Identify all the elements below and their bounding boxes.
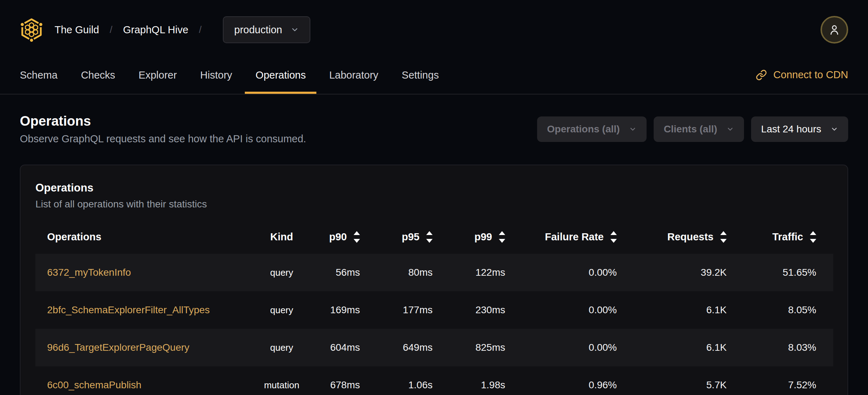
operation-p90: 169ms	[322, 291, 368, 329]
clients-filter-label: Clients (all)	[664, 124, 717, 135]
period-filter-dropdown[interactable]: Last 24 hours	[751, 116, 848, 142]
filter-bar: Operations (all) Clients (all) Last 24 h…	[537, 116, 848, 142]
operation-traffic: 8.05%	[735, 291, 833, 329]
operation-failure-rate: 0.00%	[514, 329, 625, 366]
operation-p99: 825ms	[441, 329, 514, 366]
operation-p90: 678ms	[322, 366, 368, 395]
tab-explorer[interactable]: Explorer	[139, 59, 177, 94]
operation-kind: query	[241, 291, 322, 329]
table-row: 6c00_schemaPublish mutation 678ms 1.06s …	[35, 366, 833, 395]
operation-requests: 39.2K	[625, 254, 735, 291]
breadcrumb-separator: /	[199, 24, 202, 35]
operation-link[interactable]: 6372_myTokenInfo	[47, 267, 131, 278]
period-filter-label: Last 24 hours	[761, 124, 821, 135]
link-icon	[756, 69, 767, 81]
operations-table: Operations Kind p90 p95 p99	[35, 220, 833, 395]
breadcrumb: The Guild / GraphQL Hive /	[55, 24, 212, 36]
operation-p99: 1.98s	[441, 366, 514, 395]
operation-traffic: 51.65%	[735, 254, 833, 291]
tab-checks[interactable]: Checks	[81, 59, 115, 94]
sort-icon	[354, 231, 360, 243]
column-header-traffic[interactable]: Traffic	[735, 220, 833, 254]
page-title: Operations	[20, 114, 306, 129]
column-header-p95[interactable]: p95	[368, 220, 441, 254]
card-title: Operations	[35, 182, 833, 194]
tab-operations[interactable]: Operations	[255, 59, 306, 94]
operations-filter-dropdown[interactable]: Operations (all)	[537, 116, 647, 142]
operation-traffic: 7.52%	[735, 366, 833, 395]
card-subtitle: List of all operations with their statis…	[35, 199, 833, 210]
nav-tabs: Schema Checks Explorer History Operation…	[20, 59, 439, 94]
chevron-down-icon	[291, 25, 299, 34]
operation-p95: 1.06s	[368, 366, 441, 395]
sort-icon	[720, 231, 727, 243]
chevron-down-icon	[726, 125, 734, 133]
connect-to-cdn-label: Connect to CDN	[773, 69, 848, 81]
sort-icon	[610, 231, 617, 243]
main-nav: Schema Checks Explorer History Operation…	[0, 59, 868, 95]
operation-p90: 604ms	[322, 329, 368, 366]
column-header-operations: Operations	[35, 220, 241, 254]
column-header-p90[interactable]: p90	[322, 220, 368, 254]
tab-schema[interactable]: Schema	[20, 59, 57, 94]
chevron-down-icon	[629, 125, 637, 133]
connect-to-cdn-link[interactable]: Connect to CDN	[756, 69, 848, 81]
column-header-failure-rate[interactable]: Failure Rate	[514, 220, 625, 254]
breadcrumb-org-link[interactable]: The Guild	[55, 24, 99, 36]
breadcrumb-separator: /	[110, 24, 113, 35]
sort-icon	[810, 231, 816, 243]
hive-logo-icon[interactable]	[20, 17, 43, 42]
operations-filter-label: Operations (all)	[547, 124, 620, 135]
chevron-down-icon	[830, 125, 838, 133]
operation-kind: mutation	[241, 366, 322, 395]
column-header-kind: Kind	[241, 220, 322, 254]
operation-p90: 56ms	[322, 254, 368, 291]
operation-link[interactable]: 6c00_schemaPublish	[47, 379, 141, 390]
operation-p95: 649ms	[368, 329, 441, 366]
operation-p95: 177ms	[368, 291, 441, 329]
operation-traffic: 8.03%	[735, 329, 833, 366]
tab-history[interactable]: History	[200, 59, 232, 94]
clients-filter-dropdown[interactable]: Clients (all)	[654, 116, 744, 142]
table-row: 6372_myTokenInfo query 56ms 80ms 122ms 0…	[35, 254, 833, 291]
top-header: The Guild / GraphQL Hive / production	[0, 0, 868, 59]
operation-p99: 230ms	[441, 291, 514, 329]
operation-requests: 6.1K	[625, 329, 735, 366]
page-header: Operations Observe GraphQL requests and …	[20, 114, 848, 145]
target-selector-dropdown[interactable]: production	[223, 16, 310, 43]
operation-p95: 80ms	[368, 254, 441, 291]
column-header-p99[interactable]: p99	[441, 220, 514, 254]
operations-card: Operations List of all operations with t…	[20, 165, 848, 395]
operation-requests: 6.1K	[625, 291, 735, 329]
user-menu-button[interactable]	[821, 16, 848, 44]
sort-icon	[426, 231, 433, 243]
page-subtitle: Observe GraphQL requests and see how the…	[20, 133, 306, 145]
user-icon	[828, 23, 841, 36]
operation-requests: 5.7K	[625, 366, 735, 395]
operation-failure-rate: 0.96%	[514, 366, 625, 395]
breadcrumb-project-link[interactable]: GraphQL Hive	[123, 24, 188, 36]
operation-failure-rate: 0.00%	[514, 254, 625, 291]
main-content: Operations Observe GraphQL requests and …	[0, 114, 868, 395]
operation-p99: 122ms	[441, 254, 514, 291]
table-row: 96d6_TargetExplorerPageQuery query 604ms…	[35, 329, 833, 366]
table-row: 2bfc_SchemaExplorerFilter_AllTypes query…	[35, 291, 833, 329]
operation-link[interactable]: 96d6_TargetExplorerPageQuery	[47, 342, 190, 353]
operation-kind: query	[241, 329, 322, 366]
column-header-requests[interactable]: Requests	[625, 220, 735, 254]
operation-kind: query	[241, 254, 322, 291]
sort-icon	[499, 231, 505, 243]
operation-failure-rate: 0.00%	[514, 291, 625, 329]
table-header-row: Operations Kind p90 p95 p99	[35, 220, 833, 254]
tab-settings[interactable]: Settings	[402, 59, 439, 94]
target-selector-value: production	[234, 24, 282, 36]
tab-laboratory[interactable]: Laboratory	[329, 59, 378, 94]
operation-link[interactable]: 2bfc_SchemaExplorerFilter_AllTypes	[47, 304, 210, 315]
